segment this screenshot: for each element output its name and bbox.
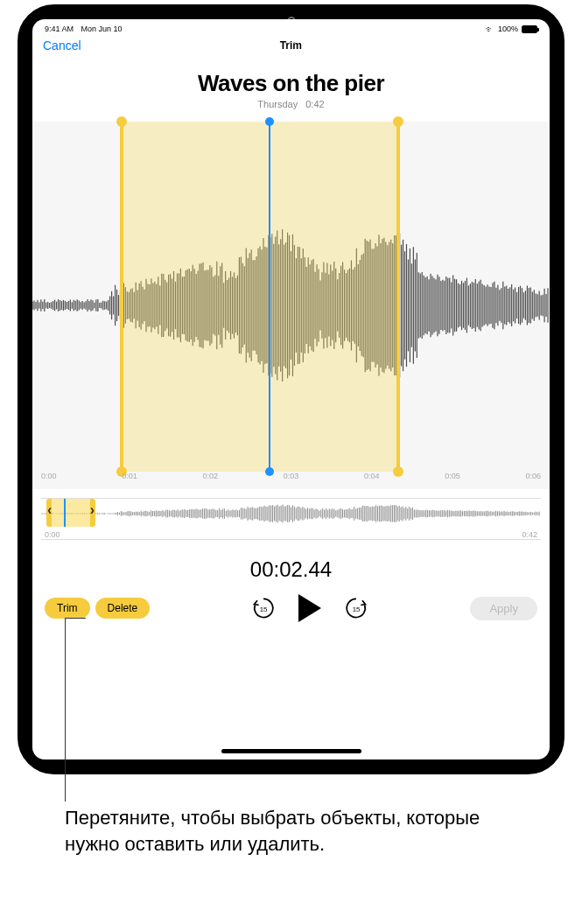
tick: 0:03 [284, 472, 299, 489]
overview-strip[interactable]: 0:00 0:42 [41, 498, 541, 540]
trim-handle-start-top[interactable] [116, 116, 127, 127]
trim-handle-end-top[interactable] [393, 116, 403, 127]
status-left: 9:41 AM Mon Jun 10 [45, 24, 128, 33]
tick: 0:01 [122, 472, 137, 489]
battery-percent: 100% [498, 24, 518, 33]
tick: 0:05 [445, 472, 460, 489]
tick: 0:04 [364, 472, 380, 489]
ipad-frame: 9:41 AM Mon Jun 10 ᯤ 100% ••• Cancel Tri… [18, 4, 564, 774]
overview-start: 0:00 [45, 530, 60, 539]
status-right: ᯤ 100% [486, 24, 537, 34]
tick: 0:00 [41, 472, 57, 489]
screen: 9:41 AM Mon Jun 10 ᯤ 100% ••• Cancel Tri… [32, 19, 550, 760]
battery-icon [522, 25, 537, 33]
overview-waveform [41, 502, 541, 525]
home-indicator[interactable] [221, 749, 361, 753]
status-time: 9:41 AM [45, 24, 74, 33]
current-time: 00:02.44 [32, 557, 550, 582]
multitask-icon[interactable]: ••• [284, 38, 297, 46]
cancel-button[interactable]: Cancel [43, 38, 81, 52]
overview-playhead[interactable] [64, 499, 66, 527]
status-date: Mon Jun 10 [81, 24, 123, 33]
apply-button[interactable]: Apply [470, 597, 537, 620]
callout-text: Перетяните, чтобы выбрать объекты, котор… [65, 805, 520, 857]
play-button[interactable] [298, 594, 321, 622]
trim-selection[interactable] [120, 122, 400, 472]
svg-text:15: 15 [260, 606, 268, 613]
playhead[interactable] [269, 122, 270, 472]
recording-day: Thursday [257, 99, 298, 109]
callout-leader [65, 618, 66, 802]
time-ticks: 0:00 0:01 0:02 0:03 0:04 0:05 0:06 [32, 472, 550, 489]
waveform-area[interactable]: 0:00 0:01 0:02 0:03 0:04 0:05 0:06 [32, 122, 550, 489]
wifi-icon: ᯤ [486, 24, 494, 34]
trim-button[interactable]: Trim [45, 598, 90, 619]
recording-title: Waves on the pier [32, 70, 550, 97]
recording-duration: 0:42 [305, 99, 324, 109]
tick: 0:06 [525, 472, 541, 489]
status-bar: 9:41 AM Mon Jun 10 ᯤ 100% [32, 19, 550, 35]
skip-forward-button[interactable]: 15 [342, 594, 370, 622]
svg-text:15: 15 [353, 606, 361, 613]
controls: Trim Delete 15 15 Apply [32, 582, 550, 622]
tick: 0:02 [202, 472, 218, 489]
overview-selection[interactable] [46, 499, 95, 527]
skip-back-button[interactable]: 15 [249, 594, 277, 622]
overview-end: 0:42 [522, 530, 537, 539]
recording-header: Waves on the pier Thursday 0:42 [32, 70, 550, 109]
delete-button[interactable]: Delete [95, 598, 151, 619]
